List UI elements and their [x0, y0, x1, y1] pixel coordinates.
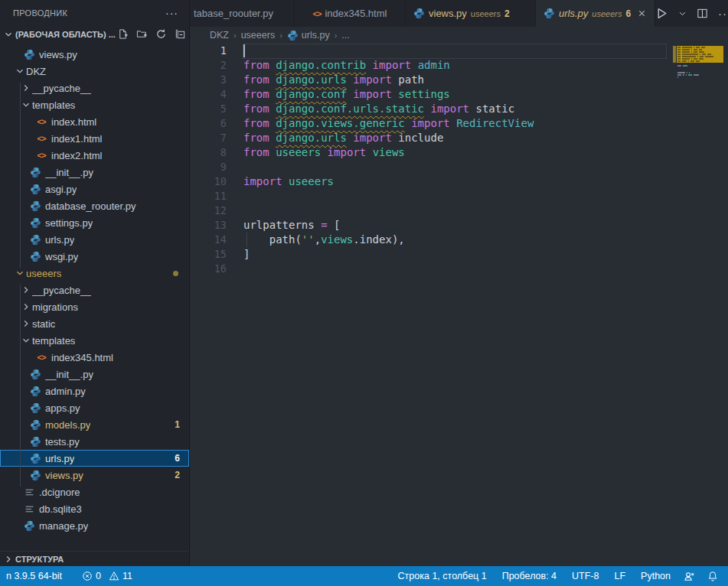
- code-line-14[interactable]: 14 path('',views.index),: [190, 233, 728, 247]
- tree-item-__init__.py[interactable]: __init__.py: [0, 164, 189, 181]
- status-indentation[interactable]: Пробелов: 4: [498, 571, 561, 581]
- tab-views.py[interactable]: views.pyuseeers2: [406, 0, 536, 27]
- editor-group: tabase_roouter.py <>index345.html views.…: [190, 0, 728, 566]
- warning-icon: [109, 571, 119, 581]
- tree-item-useeers[interactable]: useeers: [0, 265, 189, 282]
- new-folder-icon[interactable]: [136, 28, 149, 41]
- split-editor-icon[interactable]: [697, 8, 708, 19]
- tree-item-templates[interactable]: templates: [0, 96, 189, 113]
- code-line-7[interactable]: 7from django.urls import include: [190, 131, 728, 145]
- code-line-15[interactable]: 15]: [190, 247, 728, 262]
- line-number: 12: [190, 203, 227, 218]
- tree-item-asgi.py[interactable]: asgi.py: [0, 181, 189, 197]
- outline-section-header[interactable]: СТРУКТУРА: [0, 551, 189, 566]
- tree-item-admin.py[interactable]: admin.py: [0, 383, 189, 399]
- tree-item-views.py[interactable]: views.py2: [0, 467, 189, 483]
- tree-item-views.py[interactable]: views.py: [0, 46, 189, 63]
- code-line-9[interactable]: 9: [190, 160, 728, 174]
- tree-item-urls.py[interactable]: urls.py6: [0, 450, 189, 467]
- indent-guide: [246, 233, 247, 247]
- tree-item-tests.py[interactable]: tests.py: [0, 433, 189, 450]
- chevron-right-icon: [20, 317, 32, 330]
- chevron-right-icon: [3, 554, 14, 565]
- run-icon[interactable]: [655, 7, 668, 20]
- workspace-section-header[interactable]: (РАБОЧАЯ ОБЛАСТЬ) ...: [0, 25, 189, 43]
- tree-item-urls.py[interactable]: urls.py: [0, 231, 189, 248]
- error-icon: [82, 571, 93, 581]
- tab-badge: 2: [504, 8, 510, 19]
- modified-dot-badge: [173, 271, 178, 276]
- close-icon[interactable]: [636, 8, 647, 20]
- status-encoding[interactable]: UTF-8: [567, 571, 603, 581]
- python-file-icon: [29, 250, 41, 262]
- explorer-more-actions-icon[interactable]: ···: [165, 7, 178, 19]
- more-actions-icon[interactable]: ···: [718, 7, 728, 20]
- refresh-icon[interactable]: [155, 28, 168, 41]
- tree-item-migrations[interactable]: migrations: [0, 298, 189, 315]
- chevron-right-icon: [20, 284, 32, 296]
- tree-indent-guide: [20, 285, 21, 487]
- line-number: 3: [190, 73, 227, 87]
- status-cursor-position[interactable]: Строка 1, столбец 1: [393, 571, 491, 581]
- tab-tabase_roouter.py[interactable]: tabase_roouter.py: [190, 0, 295, 27]
- code-editor[interactable]: 1 2from django.contrib import admin 3fro…: [190, 44, 728, 566]
- line-number: 1: [190, 44, 227, 58]
- feedback-icon[interactable]: [680, 571, 699, 582]
- breadcrumb-separator: ›: [233, 31, 237, 40]
- status-python-interpreter[interactable]: n 3.9.5 64-bit: [2, 566, 67, 586]
- notifications-icon[interactable]: [704, 571, 722, 581]
- tree-item-.dcignore[interactable]: .dcignore: [0, 483, 189, 500]
- run-dropdown-icon[interactable]: [678, 9, 687, 18]
- tree-item-__pycache__[interactable]: __pycache__: [0, 282, 189, 298]
- code-line-8[interactable]: 8from useeers import views: [190, 145, 728, 160]
- code-line-11[interactable]: 11: [190, 189, 728, 203]
- code-line-5[interactable]: 5from django.conf.urls.static import sta…: [190, 102, 728, 116]
- tab-index345.html[interactable]: <>index345.html: [295, 0, 406, 27]
- code-line-4[interactable]: 4from django.conf import settings: [190, 87, 728, 102]
- tree-item-templates[interactable]: templates: [0, 332, 189, 349]
- status-eol[interactable]: LF: [609, 571, 630, 581]
- breadcrumb-item-useeers[interactable]: useeers: [241, 30, 275, 41]
- tree-item-static[interactable]: static: [0, 315, 189, 332]
- tree-item-database_roouter.py[interactable]: database_roouter.py: [0, 197, 189, 214]
- tree-item-settings.py[interactable]: settings.py: [0, 214, 189, 231]
- breadcrumb: DKZ›useeers›urls.py›...: [190, 27, 728, 44]
- breadcrumb-item-DKZ[interactable]: DKZ: [210, 30, 229, 41]
- breadcrumb-item-...[interactable]: ...: [341, 30, 349, 41]
- new-file-icon[interactable]: [117, 28, 129, 41]
- tab-urls.py[interactable]: urls.pyuseeers6: [536, 0, 655, 27]
- text-cursor: [243, 44, 245, 57]
- tree-item-index345.html[interactable]: <>index345.html: [0, 349, 189, 366]
- html-file-icon: <>: [35, 149, 47, 161]
- tree-item-wsgi.py[interactable]: wsgi.py: [0, 248, 189, 265]
- tree-item-db.sqlite3[interactable]: db.sqlite3: [0, 500, 189, 517]
- tree-item-apps.py[interactable]: apps.py: [0, 399, 189, 416]
- code-line-6[interactable]: 6from django.views.generic import Redire…: [190, 116, 728, 131]
- tree-item-index2.html[interactable]: <>index2.html: [0, 147, 189, 164]
- tree-item-__init__.py[interactable]: __init__.py: [0, 366, 189, 383]
- tree-item-index1.html[interactable]: <>index1.html: [0, 130, 189, 147]
- code-line-10[interactable]: 10import useeers: [190, 174, 728, 189]
- code-line-16[interactable]: 16: [190, 262, 728, 276]
- code-line-3[interactable]: 3from django.urls import path: [190, 73, 728, 87]
- python-file-icon: [287, 30, 299, 41]
- code-line-13[interactable]: 13urlpatterns = [: [190, 218, 728, 233]
- tree-item-models.py[interactable]: models.py1: [0, 416, 189, 433]
- collapse-all-icon[interactable]: [175, 28, 187, 41]
- minimap-line: [677, 60, 700, 62]
- tree-item-index.html[interactable]: <>index.html: [0, 113, 189, 130]
- code-line-2[interactable]: 2from django.contrib import admin: [190, 58, 728, 73]
- tab-description: useeers: [592, 9, 622, 18]
- tree-item-manage.py[interactable]: manage.py: [0, 517, 189, 534]
- python-file-icon: [413, 8, 425, 19]
- breadcrumb-item-urls.py[interactable]: urls.py: [287, 30, 330, 41]
- status-language-mode[interactable]: Python: [636, 571, 675, 581]
- tree-item-__pycache__[interactable]: __pycache__: [0, 80, 189, 96]
- status-problems[interactable]: 0 11: [77, 566, 137, 586]
- minimap[interactable]: [673, 44, 723, 566]
- tree-item-DKZ[interactable]: DKZ: [0, 63, 189, 80]
- workspace-label: (РАБОЧАЯ ОБЛАСТЬ) ...: [15, 30, 116, 39]
- line-number: 10: [190, 174, 227, 189]
- code-line-12[interactable]: 12: [190, 203, 728, 218]
- python-file-icon: [29, 452, 41, 464]
